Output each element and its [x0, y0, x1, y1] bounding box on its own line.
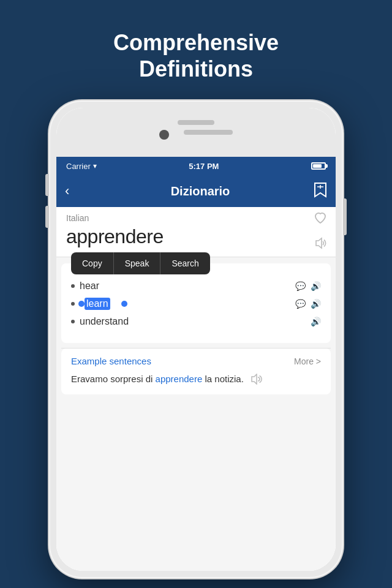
speaker-button[interactable] [314, 237, 327, 252]
screen: Carrier ▾ 5:17 PM ‹ Dizionario [56, 157, 336, 571]
content-area: Italian apprendere [56, 207, 336, 571]
power-button [343, 198, 347, 235]
example-sentence-row: Eravamo sorpresi di apprendere la notizi… [71, 372, 321, 387]
phone-top [56, 108, 336, 157]
bullet-icon [71, 284, 75, 288]
examples-title: Example sentences [71, 356, 151, 366]
examples-header: Example sentences More > [71, 356, 321, 366]
definition-icons: 💬 🔊 [295, 299, 321, 309]
ear-speaker [178, 120, 214, 125]
front-camera [159, 130, 169, 140]
bookmark-icon [314, 182, 327, 198]
wifi-icon: ▾ [93, 162, 97, 170]
comment-icon[interactable]: 💬 [295, 299, 306, 309]
volume-up-button [45, 174, 49, 196]
list-item: learn 💬 🔊 [71, 298, 321, 310]
audio-icon[interactable]: 🔊 [311, 299, 321, 309]
definition-icons: 🔊 [311, 317, 321, 326]
bullet-icon [71, 302, 75, 306]
speak-button[interactable]: Speak [114, 252, 161, 274]
examples-card: Example sentences More > Eravamo sorpres… [61, 349, 331, 394]
word-header: Italian apprendere [56, 207, 336, 257]
definition-icons: 💬 🔊 [295, 281, 321, 291]
copy-button[interactable]: Copy [71, 252, 114, 274]
context-menu: Copy Speak Search [71, 252, 210, 274]
example-highlight: apprendere [156, 374, 203, 384]
page-title: Comprehensive Definitions [113, 29, 279, 82]
audio-icon[interactable]: 🔊 [311, 317, 321, 326]
nav-title: Dizionario [171, 184, 230, 198]
word-actions [314, 212, 327, 252]
phone-frame: Carrier ▾ 5:17 PM ‹ Dizionario [49, 100, 343, 578]
selection-start-handle [78, 301, 85, 307]
list-item: understand 🔊 [71, 316, 321, 327]
status-time: 5:17 PM [189, 162, 219, 171]
example-sentence-text: Eravamo sorpresi di apprendere la notizi… [71, 372, 244, 386]
example-audio-button[interactable] [250, 374, 262, 387]
selection-end-handle [121, 301, 127, 307]
word-language: Italian [66, 213, 326, 223]
definitions-card: Copy Speak Search hear 💬 🔊 [61, 263, 331, 343]
examples-more-button[interactable]: More > [294, 356, 321, 366]
svg-marker-3 [252, 374, 257, 384]
battery-fill [313, 164, 322, 168]
back-button[interactable]: ‹ [65, 183, 87, 199]
definition-text: understand [80, 316, 129, 327]
status-bar: Carrier ▾ 5:17 PM [56, 157, 336, 175]
battery-indicator [311, 162, 326, 170]
audio-icon[interactable]: 🔊 [311, 281, 321, 291]
navigation-bar: ‹ Dizionario [56, 175, 336, 207]
definition-text-highlighted: learn [85, 298, 110, 310]
phone-inner: Carrier ▾ 5:17 PM ‹ Dizionario [56, 108, 336, 571]
bookmark-button[interactable] [314, 182, 327, 201]
side-buttons-left [45, 174, 49, 228]
list-item: hear 💬 🔊 [71, 281, 321, 292]
volume-down-button [45, 206, 49, 228]
word-title: apprendere [66, 225, 326, 248]
search-button[interactable]: Search [160, 252, 209, 274]
definitions-list: hear 💬 🔊 learn [71, 271, 321, 336]
bullet-icon [71, 320, 75, 323]
carrier-label: Carrier ▾ [66, 162, 97, 171]
favorite-button[interactable] [314, 212, 327, 227]
microphone [184, 130, 233, 135]
definition-text: hear [80, 281, 99, 292]
svg-marker-2 [316, 238, 322, 248]
comment-icon[interactable]: 💬 [295, 281, 306, 291]
